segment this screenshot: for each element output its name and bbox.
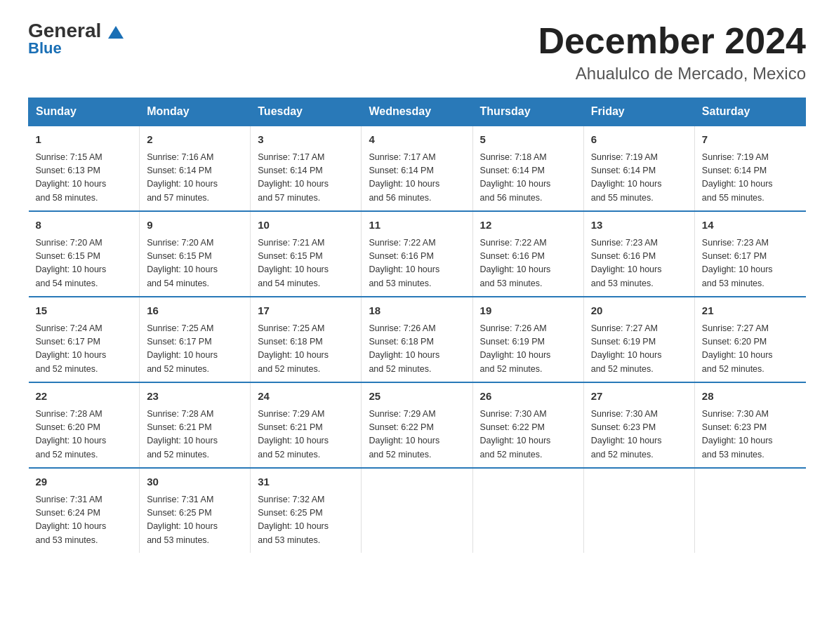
day-info: Sunrise: 7:16 AMSunset: 6:14 PMDaylight:… — [147, 151, 243, 206]
week-row-5: 29Sunrise: 7:31 AMSunset: 6:24 PMDayligh… — [29, 468, 806, 553]
day-number: 3 — [258, 132, 354, 148]
day-number: 20 — [591, 303, 687, 319]
logo-blue-text: Blue — [28, 39, 62, 58]
page-header: General Blue December 2024 Ahualulco de … — [28, 21, 806, 83]
calendar-cell: 15Sunrise: 7:24 AMSunset: 6:17 PMDayligh… — [29, 297, 140, 382]
calendar-cell: 4Sunrise: 7:17 AMSunset: 6:14 PMDaylight… — [362, 126, 472, 211]
calendar-header: SundayMondayTuesdayWednesdayThursdayFrid… — [29, 98, 806, 126]
calendar-cell: 10Sunrise: 7:21 AMSunset: 6:15 PMDayligh… — [251, 211, 362, 297]
weekday-header-row: SundayMondayTuesdayWednesdayThursdayFrid… — [29, 98, 806, 126]
day-number: 27 — [591, 389, 687, 405]
calendar-cell: 18Sunrise: 7:26 AMSunset: 6:18 PMDayligh… — [362, 297, 472, 382]
day-number: 8 — [36, 217, 133, 234]
calendar-cell: 7Sunrise: 7:19 AMSunset: 6:14 PMDaylight… — [694, 126, 805, 211]
day-number: 26 — [480, 389, 576, 405]
calendar-cell: 23Sunrise: 7:28 AMSunset: 6:21 PMDayligh… — [140, 382, 251, 468]
day-info: Sunrise: 7:27 AMSunset: 6:19 PMDaylight:… — [591, 322, 687, 377]
day-info: Sunrise: 7:29 AMSunset: 6:21 PMDaylight:… — [258, 408, 354, 462]
calendar-cell: 8Sunrise: 7:20 AMSunset: 6:15 PMDaylight… — [29, 211, 140, 297]
weekday-header-wednesday: Wednesday — [362, 98, 472, 126]
calendar-cell: 31Sunrise: 7:32 AMSunset: 6:25 PMDayligh… — [251, 468, 362, 553]
day-info: Sunrise: 7:19 AMSunset: 6:14 PMDaylight:… — [591, 151, 687, 206]
day-info: Sunrise: 7:27 AMSunset: 6:20 PMDaylight:… — [702, 322, 799, 377]
day-number: 11 — [369, 217, 465, 234]
day-info: Sunrise: 7:25 AMSunset: 6:17 PMDaylight:… — [147, 322, 243, 377]
day-number: 23 — [147, 389, 243, 405]
day-number: 19 — [480, 303, 576, 319]
day-info: Sunrise: 7:22 AMSunset: 6:16 PMDaylight:… — [480, 236, 576, 291]
day-info: Sunrise: 7:26 AMSunset: 6:18 PMDaylight:… — [369, 322, 465, 377]
calendar-cell: 27Sunrise: 7:30 AMSunset: 6:23 PMDayligh… — [583, 382, 694, 468]
calendar-cell: 5Sunrise: 7:18 AMSunset: 6:14 PMDaylight… — [472, 126, 583, 211]
day-info: Sunrise: 7:32 AMSunset: 6:25 PMDaylight:… — [258, 493, 354, 548]
day-number: 9 — [147, 217, 243, 234]
weekday-header-tuesday: Tuesday — [251, 98, 362, 126]
calendar-cell: 20Sunrise: 7:27 AMSunset: 6:19 PMDayligh… — [583, 297, 694, 382]
logo: General Blue — [28, 21, 124, 58]
day-info: Sunrise: 7:30 AMSunset: 6:23 PMDaylight:… — [702, 408, 799, 462]
day-info: Sunrise: 7:20 AMSunset: 6:15 PMDaylight:… — [36, 236, 133, 291]
week-row-1: 1Sunrise: 7:15 AMSunset: 6:13 PMDaylight… — [29, 126, 806, 211]
calendar-cell: 11Sunrise: 7:22 AMSunset: 6:16 PMDayligh… — [362, 211, 472, 297]
calendar-cell: 2Sunrise: 7:16 AMSunset: 6:14 PMDaylight… — [140, 126, 251, 211]
day-number: 13 — [591, 217, 687, 234]
day-info: Sunrise: 7:31 AMSunset: 6:25 PMDaylight:… — [147, 493, 243, 548]
day-info: Sunrise: 7:18 AMSunset: 6:14 PMDaylight:… — [480, 151, 576, 206]
calendar-cell: 28Sunrise: 7:30 AMSunset: 6:23 PMDayligh… — [694, 382, 805, 468]
day-number: 14 — [702, 217, 799, 234]
calendar-cell: 14Sunrise: 7:23 AMSunset: 6:17 PMDayligh… — [694, 211, 805, 297]
weekday-header-monday: Monday — [140, 98, 251, 126]
calendar-cell: 21Sunrise: 7:27 AMSunset: 6:20 PMDayligh… — [694, 297, 805, 382]
calendar-cell: 16Sunrise: 7:25 AMSunset: 6:17 PMDayligh… — [140, 297, 251, 382]
day-number: 5 — [480, 132, 576, 148]
day-info: Sunrise: 7:17 AMSunset: 6:14 PMDaylight:… — [258, 151, 354, 206]
day-number: 24 — [258, 389, 354, 405]
week-row-4: 22Sunrise: 7:28 AMSunset: 6:20 PMDayligh… — [29, 382, 806, 468]
day-info: Sunrise: 7:22 AMSunset: 6:16 PMDaylight:… — [369, 236, 465, 291]
day-number: 10 — [258, 217, 354, 234]
calendar-cell — [472, 468, 583, 553]
day-number: 18 — [369, 303, 465, 319]
day-number: 30 — [147, 474, 243, 490]
logo-triangle-icon — [108, 26, 124, 39]
day-number: 1 — [36, 132, 133, 148]
day-info: Sunrise: 7:25 AMSunset: 6:18 PMDaylight:… — [258, 322, 354, 377]
day-info: Sunrise: 7:19 AMSunset: 6:14 PMDaylight:… — [702, 151, 799, 206]
calendar-title: December 2024 — [538, 21, 806, 61]
day-number: 12 — [480, 217, 576, 234]
day-info: Sunrise: 7:31 AMSunset: 6:24 PMDaylight:… — [36, 493, 133, 548]
day-number: 2 — [147, 132, 243, 148]
day-number: 22 — [36, 389, 133, 405]
calendar-body: 1Sunrise: 7:15 AMSunset: 6:13 PMDaylight… — [29, 126, 806, 553]
calendar-subtitle: Ahualulco de Mercado, Mexico — [538, 64, 806, 83]
day-number: 29 — [36, 474, 133, 490]
day-number: 31 — [258, 474, 354, 490]
calendar-cell — [583, 468, 694, 553]
day-number: 25 — [369, 389, 465, 405]
calendar-cell: 24Sunrise: 7:29 AMSunset: 6:21 PMDayligh… — [251, 382, 362, 468]
weekday-header-thursday: Thursday — [472, 98, 583, 126]
day-info: Sunrise: 7:20 AMSunset: 6:15 PMDaylight:… — [147, 236, 243, 291]
weekday-header-saturday: Saturday — [694, 98, 805, 126]
calendar-cell: 29Sunrise: 7:31 AMSunset: 6:24 PMDayligh… — [29, 468, 140, 553]
day-info: Sunrise: 7:24 AMSunset: 6:17 PMDaylight:… — [36, 322, 133, 377]
calendar-cell: 13Sunrise: 7:23 AMSunset: 6:16 PMDayligh… — [583, 211, 694, 297]
calendar-cell: 30Sunrise: 7:31 AMSunset: 6:25 PMDayligh… — [140, 468, 251, 553]
week-row-2: 8Sunrise: 7:20 AMSunset: 6:15 PMDaylight… — [29, 211, 806, 297]
calendar-cell: 6Sunrise: 7:19 AMSunset: 6:14 PMDaylight… — [583, 126, 694, 211]
calendar-cell: 9Sunrise: 7:20 AMSunset: 6:15 PMDaylight… — [140, 211, 251, 297]
day-info: Sunrise: 7:29 AMSunset: 6:22 PMDaylight:… — [369, 408, 465, 462]
day-number: 7 — [702, 132, 799, 148]
calendar-cell: 1Sunrise: 7:15 AMSunset: 6:13 PMDaylight… — [29, 126, 140, 211]
day-number: 28 — [702, 389, 799, 405]
weekday-header-friday: Friday — [583, 98, 694, 126]
day-number: 4 — [369, 132, 465, 148]
day-number: 16 — [147, 303, 243, 319]
day-info: Sunrise: 7:23 AMSunset: 6:16 PMDaylight:… — [591, 236, 687, 291]
calendar-cell: 19Sunrise: 7:26 AMSunset: 6:19 PMDayligh… — [472, 297, 583, 382]
day-number: 15 — [36, 303, 133, 319]
day-info: Sunrise: 7:15 AMSunset: 6:13 PMDaylight:… — [36, 151, 133, 206]
calendar-cell: 22Sunrise: 7:28 AMSunset: 6:20 PMDayligh… — [29, 382, 140, 468]
calendar-cell: 3Sunrise: 7:17 AMSunset: 6:14 PMDaylight… — [251, 126, 362, 211]
calendar-cell: 25Sunrise: 7:29 AMSunset: 6:22 PMDayligh… — [362, 382, 472, 468]
